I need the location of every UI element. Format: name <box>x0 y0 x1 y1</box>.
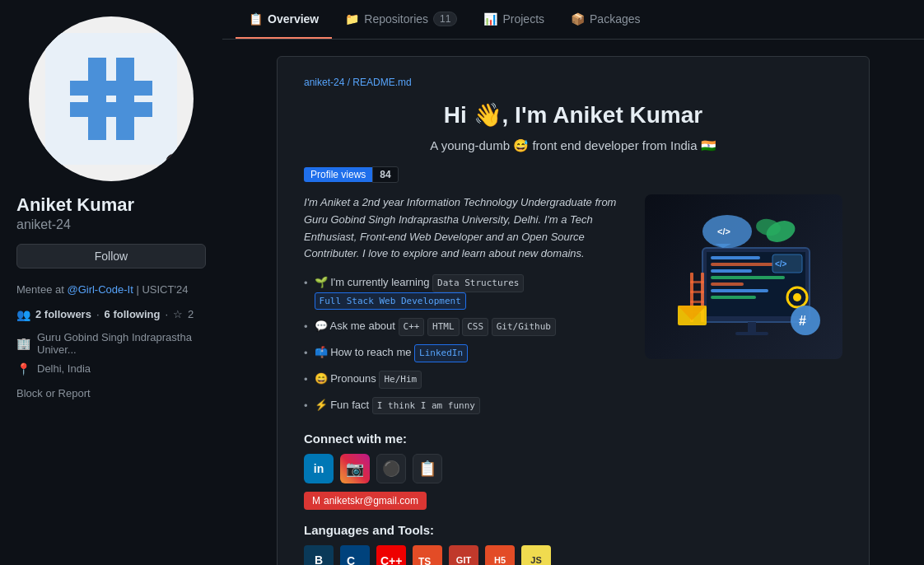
svg-text:#: # <box>799 314 806 328</box>
list-item-learning: 🌱 I'm currently learning Data Structures… <box>304 274 628 310</box>
svg-rect-11 <box>711 263 777 266</box>
following-link[interactable]: 6 following <box>105 308 161 320</box>
list-item-fun: ⚡ Fun fact I think I am funny <box>304 397 628 415</box>
org-row: 🏢 Guru Gobind Singh Indraprastha Univer.… <box>16 331 206 356</box>
svg-rect-0 <box>45 33 177 165</box>
readme-body: I'm Aniket a 2nd year Information Techno… <box>304 194 842 565</box>
profile-views-count: 84 <box>372 166 398 183</box>
sidebar: 🔴 Aniket Kumar aniket-24 Follow Mentee a… <box>0 0 222 565</box>
projects-icon: 📊 <box>483 12 497 26</box>
readme-path: aniket-24 / README.md <box>304 77 842 88</box>
tech-illustration: </> <box>645 194 842 359</box>
avatar-badge: 🔴 <box>166 153 185 173</box>
follow-button[interactable]: Follow <box>16 244 206 268</box>
svg-text:</>: </> <box>775 259 787 268</box>
badge-data-structures: Data Structures <box>432 274 524 292</box>
svg-rect-25 <box>690 281 704 283</box>
github-icon-1[interactable]: ⚫ <box>376 454 406 483</box>
org-icon: 🏢 <box>16 337 30 350</box>
badge-git: Git/Github <box>492 318 556 336</box>
tab-repositories[interactable]: 📁 Repositories 11 <box>332 0 470 40</box>
github-icon-2[interactable]: 📋 <box>413 454 442 483</box>
email-badge[interactable]: M aniketskr@gmail.com <box>304 492 427 510</box>
readme-path-link[interactable]: aniket-24 / README.md <box>304 77 412 88</box>
overview-icon: 📋 <box>249 12 263 26</box>
instagram-icon[interactable]: 📷 <box>340 454 370 483</box>
svg-rect-1 <box>88 58 106 140</box>
followers-link[interactable]: 2 followers <box>35 308 91 320</box>
badge-cpp: C++ <box>399 318 425 336</box>
cpp-icon: C <box>340 545 370 565</box>
readme-title: Hi 👋, I'm Aniket Kumar <box>304 101 842 128</box>
linkedin-icon[interactable]: in <box>304 454 334 483</box>
svg-rect-15 <box>711 289 768 292</box>
svg-rect-3 <box>70 81 152 96</box>
readme-text: I'm Aniket a 2nd year Information Techno… <box>304 194 628 565</box>
svg-rect-10 <box>711 256 760 259</box>
svg-rect-26 <box>690 291 704 293</box>
svg-rect-2 <box>116 58 134 140</box>
gmail-icon: M <box>312 495 320 507</box>
tab-packages[interactable]: 📦 Packages <box>558 1 653 39</box>
mentee-text: Mentee at @Girl-Code-It | USICT'24 <box>16 282 206 298</box>
js-icon: JS <box>521 545 551 565</box>
readme-intro: I'm Aniket a 2nd year Information Techno… <box>304 194 628 263</box>
profile-views-label: Profile views <box>304 167 372 182</box>
girl-code-it-link[interactable]: @Girl-Code-It <box>67 283 133 296</box>
social-icons: in 📷 ⚫ 📋 <box>304 454 628 483</box>
badge-html: HTML <box>427 318 460 336</box>
readme-list: 🌱 I'm currently learning Data Structures… <box>304 274 628 414</box>
html5-icon: TS <box>413 545 442 565</box>
tab-overview[interactable]: 📋 Overview <box>236 1 332 39</box>
stats-row: 👥 2 followers · 6 following · ☆ 2 <box>16 308 206 321</box>
main-content: 📋 Overview 📁 Repositories 11 📊 Projects … <box>222 0 924 565</box>
svg-text:</>: </> <box>717 226 730 236</box>
svg-rect-16 <box>711 296 756 299</box>
tab-projects[interactable]: 📊 Projects <box>470 1 558 39</box>
location-icon: 📍 <box>16 362 30 376</box>
badge-pronouns: He/Him <box>379 371 422 389</box>
star-icon: ☆ <box>173 308 183 320</box>
content-area: aniket-24 / README.md Hi 👋, I'm Aniket K… <box>222 40 924 565</box>
svg-rect-19 <box>748 322 756 332</box>
svg-rect-12 <box>711 269 752 273</box>
connect-section: Connect with me: in 📷 ⚫ 📋 M aniketskr@gm… <box>304 432 628 510</box>
avatar: 🔴 <box>29 16 194 181</box>
readme-subtitle: A young-dumb 😅 front end developer from … <box>304 138 842 153</box>
avatar-container: 🔴 <box>16 16 206 181</box>
svg-rect-13 <box>711 276 785 279</box>
svg-point-22 <box>793 293 801 301</box>
html-icon: H5 <box>485 545 515 565</box>
nav-tabs: 📋 Overview 📁 Repositories 11 📊 Projects … <box>222 0 924 40</box>
svg-rect-14 <box>711 282 744 286</box>
readme-card: aniket-24 / README.md Hi 👋, I'm Aniket K… <box>277 56 870 565</box>
svg-text:C++: C++ <box>380 554 402 565</box>
list-item-reach: 📫 How to reach me LinkedIn <box>304 344 628 362</box>
svg-rect-4 <box>70 102 152 117</box>
cpp2-icon: C++ <box>376 545 406 565</box>
badge-linkedin: LinkedIn <box>414 344 468 362</box>
bootstrap-icon: B <box>304 545 334 565</box>
packages-icon: 📦 <box>571 12 585 26</box>
profile-views-badge: Profile views 84 <box>304 166 399 183</box>
badge-full-stack: Full Stack Web Development <box>315 292 466 311</box>
connect-title: Connect with me: <box>304 432 628 446</box>
svg-text:TS: TS <box>418 556 431 565</box>
block-report-link[interactable]: Block or Report <box>16 387 206 399</box>
user-name: Aniket Kumar <box>16 194 206 216</box>
tools-icons: B C C++ TS GIT H5 JS <box>304 545 628 565</box>
location-row: 📍 Delhi, India <box>16 362 206 376</box>
followers-icon: 👥 <box>16 308 30 321</box>
list-item-pronouns: 😄 Pronouns He/Him <box>304 371 628 389</box>
badge-fun: I think I am funny <box>372 397 480 415</box>
tools-title: Languages and Tools: <box>304 523 628 537</box>
list-item-ask: 💬 Ask me about C++ HTML CSS Git/Github <box>304 318 628 336</box>
repos-icon: 📁 <box>345 12 359 26</box>
user-handle: aniket-24 <box>16 217 206 232</box>
svg-rect-20 <box>735 332 768 335</box>
git-icon: GIT <box>449 545 478 565</box>
svg-text:C: C <box>347 554 355 565</box>
svg-rect-27 <box>690 301 704 303</box>
badge-css: CSS <box>462 318 488 336</box>
